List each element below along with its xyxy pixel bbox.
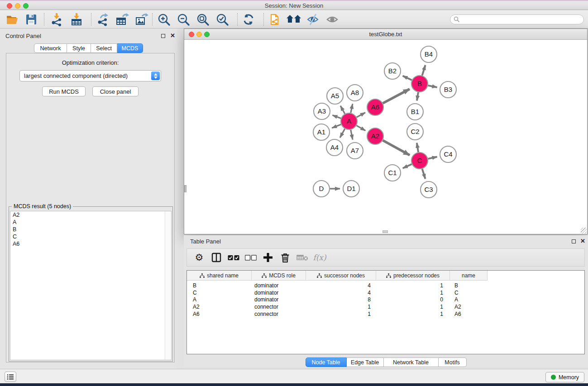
close-table-panel-icon[interactable]: ✕ <box>580 239 585 243</box>
graph-node-A4[interactable]: A4 <box>326 139 343 156</box>
graph-node-B1[interactable]: B1 <box>407 104 423 120</box>
refresh-network-view-icon[interactable] <box>239 12 258 27</box>
show-column-icon[interactable] <box>208 253 225 262</box>
result-list-scrollbar[interactable] <box>165 211 171 360</box>
column-header-predecessor-nodes[interactable]: predecessor nodes <box>376 271 450 281</box>
export-network-icon[interactable] <box>93 12 112 27</box>
float-panel-icon[interactable] <box>161 34 165 38</box>
criterion-dropdown[interactable]: largest connected component (directed) <box>19 70 161 81</box>
delete-table-icon[interactable] <box>294 254 311 261</box>
graph-edge-B-B3[interactable] <box>428 86 437 87</box>
graph-edge-A-A1[interactable] <box>332 124 341 128</box>
graph-node-A[interactable]: A <box>341 113 357 129</box>
zoom-in-icon[interactable] <box>154 12 173 27</box>
graph-node-A1[interactable]: A1 <box>313 124 330 140</box>
table-row-a2[interactable]: A2connector11A2 <box>187 303 488 310</box>
memory-button[interactable]: Memory <box>545 372 584 382</box>
graph-node-A2[interactable]: A2 <box>367 128 383 144</box>
column-header-successor-nodes[interactable]: successor nodes <box>306 271 376 281</box>
tab-style[interactable]: Style <box>67 43 91 53</box>
graph-edge-C-C3[interactable] <box>422 169 425 179</box>
horizontal-scrollbar-thumb[interactable] <box>382 230 388 233</box>
graph-node-D1[interactable]: D1 <box>343 181 359 197</box>
graph-node-C4[interactable]: C4 <box>440 146 456 162</box>
float-table-panel-icon[interactable] <box>572 239 576 243</box>
network-from-selected-file-icon[interactable] <box>266 12 285 27</box>
graph-node-C2[interactable]: C2 <box>407 124 423 140</box>
graph-node-B3[interactable]: B3 <box>440 81 456 98</box>
table-row-a[interactable]: Adominator80A <box>187 296 488 303</box>
graph-edge-A-A2[interactable] <box>357 125 366 130</box>
graph-node-C3[interactable]: C3 <box>421 181 437 198</box>
graph-node-B4[interactable]: B4 <box>421 46 437 62</box>
graph-edge-A6-B[interactable] <box>383 89 410 103</box>
graph-node-A8[interactable]: A8 <box>347 85 363 101</box>
column-header-mcds-role[interactable]: MCDS role <box>252 271 306 281</box>
result-item-c[interactable]: C <box>10 233 171 240</box>
close-panel-icon[interactable]: ✕ <box>170 33 175 38</box>
tab-mcds[interactable]: MCDS <box>117 43 143 53</box>
table-options-gear-icon[interactable]: ⚙ <box>191 252 208 263</box>
graph-node-B[interactable]: B <box>411 76 428 92</box>
tab-node-table[interactable]: Node Table <box>306 357 347 367</box>
graph-node-B2[interactable]: B2 <box>384 63 401 79</box>
task-history-button[interactable] <box>5 372 16 382</box>
graph-edge-C-C2[interactable] <box>417 143 418 152</box>
tab-network[interactable]: Network <box>34 43 67 53</box>
graph-edge-A-A5[interactable] <box>340 106 345 114</box>
result-item-a6[interactable]: A6 <box>10 240 171 248</box>
table-row-a6[interactable]: A6connector11A6 <box>187 310 488 318</box>
graph-edge-A-A8[interactable] <box>351 104 353 113</box>
column-header-name[interactable]: name <box>450 271 488 281</box>
graph-edge-A-A7[interactable] <box>351 130 353 140</box>
import-network-from-file-icon[interactable] <box>47 12 66 27</box>
close-panel-button[interactable]: Close panel <box>92 86 139 96</box>
zoom-out-icon[interactable] <box>174 12 193 27</box>
import-table-from-file-icon[interactable] <box>67 12 86 27</box>
graph-edge-A-A3[interactable] <box>332 115 341 119</box>
graph-node-C[interactable]: C <box>411 152 428 169</box>
run-mcds-button[interactable]: Run MCDS <box>42 86 86 96</box>
graph-edge-A2-C[interactable] <box>383 140 410 155</box>
table-row-c[interactable]: Cdominator41C <box>187 289 488 296</box>
search-field[interactable] <box>450 14 584 24</box>
graph-node-A7[interactable]: A7 <box>347 143 363 159</box>
open-session-icon[interactable] <box>3 12 22 27</box>
graph-node-A5[interactable]: A5 <box>327 88 343 104</box>
select-all-rows-icon[interactable] <box>225 255 242 261</box>
graph-node-A3[interactable]: A3 <box>314 103 330 119</box>
graph-edge-C-C1[interactable] <box>403 164 412 168</box>
result-item-a[interactable]: A <box>10 219 171 226</box>
zoom-fit-content-icon[interactable] <box>193 12 212 27</box>
graph-edge-B-B2[interactable] <box>403 76 412 80</box>
tab-motifs[interactable]: Motifs <box>439 357 467 367</box>
function-builder-icon[interactable]: f(x) <box>311 253 328 262</box>
result-item-a2[interactable]: A2 <box>10 211 171 219</box>
deselect-all-rows-icon[interactable] <box>242 255 259 261</box>
export-image-icon[interactable] <box>132 12 151 27</box>
result-item-b[interactable]: B <box>10 226 171 233</box>
window-resize-handle[interactable] <box>581 228 587 234</box>
column-header-shared-name[interactable]: shared name <box>187 271 252 281</box>
save-session-icon[interactable] <box>22 12 41 27</box>
graph-edge-A-A6[interactable] <box>357 113 365 117</box>
graph-edge-A-A4[interactable] <box>340 129 345 138</box>
graph-node-A6[interactable]: A6 <box>367 99 383 115</box>
tab-select[interactable]: Select <box>91 43 117 53</box>
graph-edge-B-B4[interactable] <box>422 65 425 76</box>
delete-column-icon[interactable] <box>277 253 294 262</box>
tab-network-table[interactable]: Network Table <box>384 357 439 367</box>
vertical-scrollbar-thumb[interactable] <box>184 185 186 192</box>
search-input[interactable] <box>460 16 583 23</box>
style-wizard-icon[interactable] <box>303 12 322 27</box>
zoom-selected-region-icon[interactable] <box>213 12 232 27</box>
graph-node-D[interactable]: D <box>313 181 330 197</box>
graph-node-C1[interactable]: C1 <box>384 165 401 181</box>
network-canvas[interactable]: B4B2BB3A5A8A6A3B1AA1C2A2A4A7C4CC1C3DD1 <box>184 40 587 234</box>
show-graphics-details-icon[interactable] <box>323 12 342 27</box>
add-column-icon[interactable] <box>259 253 277 262</box>
graph-edge-B-B1[interactable] <box>417 92 418 101</box>
network-window-titlebar[interactable]: testGlobe.txt <box>184 29 587 40</box>
tab-edge-table[interactable]: Edge Table <box>347 357 384 367</box>
export-table-icon[interactable] <box>113 12 132 27</box>
